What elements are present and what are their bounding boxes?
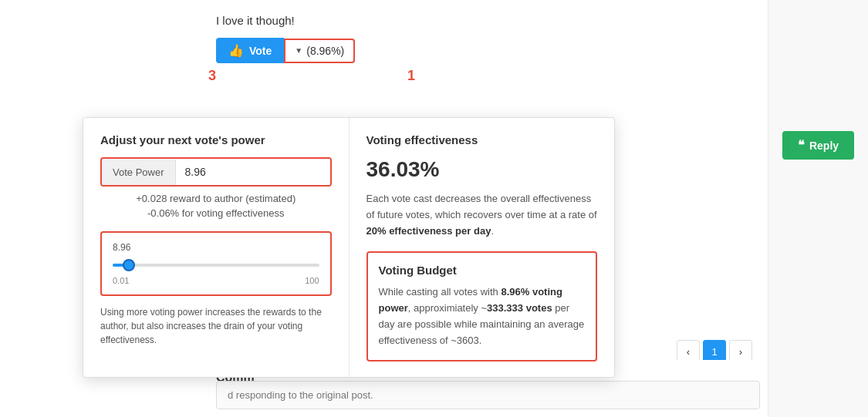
voting-budget-box: Voting Budget While casting all votes wi… [366, 251, 598, 361]
arrow-down-icon: ▼ [295, 46, 302, 55]
popup-left-section: Adjust your next vote's power Vote Power… [83, 118, 350, 377]
annotation-label-1: 1 [407, 68, 415, 84]
popup-left-title: Adjust your next vote's power [100, 133, 332, 146]
vote-label: Vote [249, 45, 272, 57]
annotation-label-3: 3 [208, 68, 216, 84]
slider-track [113, 264, 319, 267]
slider-section: 8.96 0.01 100 [100, 231, 332, 296]
popup-right-section: Voting effectiveness 36.03% Each vote ca… [350, 118, 615, 377]
vote-power-inner: Vote Power [102, 159, 330, 185]
vote-power-input[interactable] [176, 159, 330, 185]
budget-bold2: 333.333 votes [487, 302, 552, 314]
voting-budget-desc: While casting all votes with 8.96% votin… [379, 284, 586, 348]
slider-min-label: 0.01 [113, 276, 129, 285]
reward-info: +0.028 reward to author (estimated) [100, 193, 332, 204]
top-area: I love it though! 👍 Vote ▼ (8.96%) [0, 0, 868, 77]
vote-percent-button[interactable]: ▼ (8.96%) [284, 39, 355, 63]
reply-label: Reply [809, 140, 839, 152]
popup-right-title: Voting effectiveness [366, 133, 598, 146]
slider-thumb[interactable] [123, 259, 135, 271]
page-wrapper: I love it though! 👍 Vote ▼ (8.96%) 3 1 2… [0, 0, 868, 417]
slider-value-label: 8.96 [113, 242, 319, 253]
vote-button[interactable]: 👍 Vote [216, 38, 284, 63]
slider-hint: Using more voting power increases the re… [100, 305, 332, 347]
budget-text2: , approximiately ~ [408, 302, 487, 314]
comment-reply-area [216, 381, 760, 409]
effectiveness-desc-text1: Each vote cast decreases the overall eff… [366, 193, 597, 220]
slider-range-labels: 0.01 100 [113, 276, 319, 285]
comment-text: I love it though! [216, 14, 652, 27]
effectiveness-desc: Each vote cast decreases the overall eff… [366, 191, 598, 239]
vote-power-group: Vote Power [100, 157, 332, 187]
effectiveness-percentage: 36.03% [366, 157, 598, 182]
comment-reply-input[interactable] [216, 381, 760, 409]
vote-row: 👍 Vote ▼ (8.96%) [216, 38, 652, 63]
effectiveness-desc-bold: 20% effectiveness per day [366, 225, 491, 237]
thumbs-up-icon: 👍 [228, 43, 244, 58]
vote-power-popup: Adjust your next vote's power Vote Power… [83, 117, 615, 378]
slider-max-label: 100 [305, 276, 319, 285]
slider-track-wrapper [113, 257, 319, 273]
right-sidebar: ❝ Reply [768, 0, 868, 417]
budget-text1: While casting all votes with [379, 286, 502, 298]
vote-power-label: Vote Power [102, 160, 176, 185]
reply-button[interactable]: ❝ Reply [782, 131, 854, 160]
voting-budget-title: Voting Budget [379, 264, 586, 277]
effectiveness-desc-text2: . [491, 225, 494, 237]
vote-percent-label: (8.96%) [306, 45, 344, 57]
reply-icon: ❝ [798, 138, 805, 153]
effectiveness-change: -0.06% for voting effectiveness [100, 207, 332, 219]
